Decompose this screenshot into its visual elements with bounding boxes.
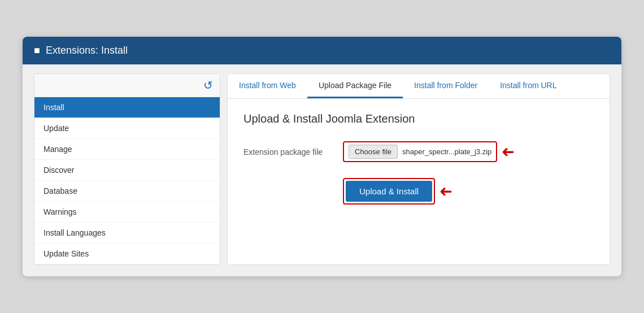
sidebar-item-install[interactable]: Install (34, 97, 220, 118)
upload-install-button[interactable]: Upload & Install (346, 181, 432, 202)
tabs-bar: Install from Web Upload Package File Ins… (228, 74, 610, 99)
file-name: shaper_spectr...plate_j3.zip (402, 147, 491, 156)
tab-content: Upload & Install Joomla Extension Extens… (228, 99, 610, 218)
puzzle-icon: ■ (34, 45, 40, 56)
page-title: Extensions: Install (46, 45, 128, 56)
right-panel: Install from Web Upload Package File Ins… (227, 73, 610, 265)
button-arrow-icon: ➜ (440, 182, 452, 201)
file-input-wrapper: Choose file shaper_spectr...plate_j3.zip (343, 141, 497, 162)
main-card: ■ Extensions: Install ↺ Install Update M… (23, 37, 621, 276)
sidebar-back: ↺ (34, 74, 220, 97)
sidebar-item-update-sites[interactable]: Update Sites (34, 244, 220, 264)
file-input-arrow-wrapper: Choose file shaper_spectr...plate_j3.zip… (343, 141, 515, 162)
section-title: Upload & Install Joomla Extension (243, 112, 594, 125)
sidebar-item-warnings[interactable]: Warnings (34, 202, 220, 223)
upload-install-box: Upload & Install (343, 178, 435, 205)
sidebar: ↺ Install Update Manage Discover Databas… (34, 73, 220, 265)
choose-file-button[interactable]: Choose file (349, 145, 398, 159)
file-arrow-icon: ➜ (502, 142, 515, 161)
form-label: Extension package file (243, 147, 334, 156)
main-content: ↺ Install Update Manage Discover Databas… (23, 64, 621, 276)
button-row: Upload & Install ➜ (343, 178, 594, 205)
file-input-row: Extension package file Choose file shape… (243, 141, 594, 162)
header-bar: ■ Extensions: Install (23, 37, 621, 64)
tab-install-from-folder[interactable]: Install from Folder (403, 74, 489, 98)
tab-install-from-web[interactable]: Install from Web (228, 74, 307, 98)
tab-install-from-url[interactable]: Install from URL (489, 74, 568, 98)
sidebar-item-update[interactable]: Update (34, 118, 220, 139)
back-icon[interactable]: ↺ (203, 79, 213, 92)
sidebar-item-discover[interactable]: Discover (34, 160, 220, 181)
tab-upload-package-file[interactable]: Upload Package File (307, 74, 403, 98)
sidebar-item-manage[interactable]: Manage (34, 139, 220, 160)
sidebar-item-database[interactable]: Database (34, 181, 220, 202)
sidebar-item-install-languages[interactable]: Install Languages (34, 223, 220, 244)
